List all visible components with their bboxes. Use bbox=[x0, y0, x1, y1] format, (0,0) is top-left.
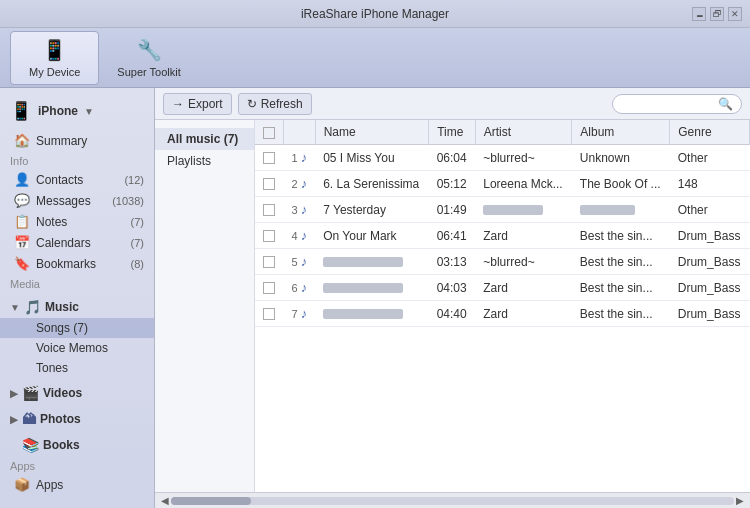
books-label: Books bbox=[43, 438, 80, 452]
restore-button[interactable]: 🗗 bbox=[710, 7, 724, 21]
content-toolbar: → Export ↻ Refresh 🔍 bbox=[155, 88, 750, 120]
photos-label: Photos bbox=[40, 412, 81, 426]
playlists-label: Playlists bbox=[167, 154, 211, 168]
search-input[interactable] bbox=[621, 98, 714, 110]
scroll-right-button[interactable]: ▶ bbox=[734, 495, 746, 506]
app-title: iReaShare iPhone Manager bbox=[301, 7, 449, 21]
window-controls[interactable]: 🗕 🗗 ✕ bbox=[692, 7, 742, 21]
row-checkbox[interactable] bbox=[263, 178, 275, 190]
col-artist[interactable]: Artist bbox=[475, 120, 572, 145]
scrollbar-thumb[interactable] bbox=[171, 497, 251, 505]
table-row: 5 ♪03:13~blurred~Best the sin...Drum_Bas… bbox=[255, 249, 750, 275]
row-genre: Drum_Bass bbox=[670, 223, 750, 249]
sidebar-item-contacts[interactable]: 👤 Contacts (12) bbox=[0, 169, 154, 190]
table-area: Name Time Artist Album Genre 1 ♪05 I Mis… bbox=[255, 120, 750, 492]
contacts-icon: 👤 bbox=[14, 172, 30, 187]
sidebar-subitem-songs[interactable]: Songs (7) bbox=[0, 318, 154, 338]
row-name: 05 I Miss You bbox=[315, 145, 428, 171]
row-genre: Drum_Bass bbox=[670, 275, 750, 301]
notes-label: Notes bbox=[36, 215, 125, 229]
row-artist: Zard bbox=[475, 223, 572, 249]
all-music-item[interactable]: All music (7) bbox=[155, 128, 254, 150]
sidebar-item-notes[interactable]: 📋 Notes (7) bbox=[0, 211, 154, 232]
music-table: Name Time Artist Album Genre 1 ♪05 I Mis… bbox=[255, 120, 750, 327]
row-album: Unknown bbox=[572, 145, 670, 171]
row-album bbox=[572, 197, 670, 223]
export-button[interactable]: → Export bbox=[163, 93, 232, 115]
all-music-label: All music (7) bbox=[167, 132, 238, 146]
row-checkbox[interactable] bbox=[263, 230, 275, 242]
my-device-tab[interactable]: 📱 My Device bbox=[10, 31, 99, 85]
row-name bbox=[315, 275, 428, 301]
photos-group-header[interactable]: ▶ 🏔 Photos bbox=[0, 408, 154, 430]
summary-icon: 🏠 bbox=[14, 133, 30, 148]
row-checkbox[interactable] bbox=[263, 256, 275, 268]
calendars-label: Calendars bbox=[36, 236, 125, 250]
super-toolkit-label: Super Toolkit bbox=[117, 66, 180, 78]
select-all-checkbox[interactable] bbox=[263, 127, 275, 139]
row-artist: Zard bbox=[475, 301, 572, 327]
music-expand-icon: ▼ bbox=[10, 302, 20, 313]
row-name bbox=[315, 249, 428, 275]
sidebar-item-bookmarks[interactable]: 🔖 Bookmarks (8) bbox=[0, 253, 154, 274]
export-icon: → bbox=[172, 97, 184, 111]
row-time: 03:13 bbox=[429, 249, 476, 275]
row-genre: Drum_Bass bbox=[670, 249, 750, 275]
books-group-header[interactable]: ▶ 📚 Books bbox=[0, 434, 154, 456]
col-name[interactable]: Name bbox=[315, 120, 428, 145]
refresh-label: Refresh bbox=[261, 97, 303, 111]
my-device-label: My Device bbox=[29, 66, 80, 78]
sidebar-item-summary[interactable]: 🏠 Summary bbox=[0, 130, 154, 151]
device-name: iPhone bbox=[38, 104, 78, 118]
videos-group-header[interactable]: ▶ 🎬 Videos bbox=[0, 382, 154, 404]
songs-label: Songs (7) bbox=[36, 321, 88, 335]
sidebar-item-apps[interactable]: 📦 Apps bbox=[0, 474, 154, 495]
videos-group: ▶ 🎬 Videos bbox=[0, 382, 154, 404]
left-panel: All music (7) Playlists bbox=[155, 120, 255, 492]
device-icon: 📱 bbox=[42, 38, 67, 62]
row-genre: Drum_Bass bbox=[670, 301, 750, 327]
bookmarks-count: (8) bbox=[131, 258, 144, 270]
row-checkbox[interactable] bbox=[263, 204, 275, 216]
col-num bbox=[284, 120, 316, 145]
device-arrow-icon: ▼ bbox=[84, 106, 94, 117]
refresh-icon: ↻ bbox=[247, 97, 257, 111]
search-icon: 🔍 bbox=[718, 97, 733, 111]
device-header[interactable]: 📱 iPhone ▼ bbox=[0, 96, 154, 130]
content-body: All music (7) Playlists Name Time Ar bbox=[155, 120, 750, 492]
bookmarks-label: Bookmarks bbox=[36, 257, 125, 271]
contacts-count: (12) bbox=[124, 174, 144, 186]
sidebar-subitem-tones[interactable]: Tones bbox=[0, 358, 154, 378]
row-album: Best the sin... bbox=[572, 223, 670, 249]
col-checkbox bbox=[255, 120, 284, 145]
row-num: 3 ♪ bbox=[284, 197, 316, 223]
super-toolkit-tab[interactable]: 🔧 Super Toolkit bbox=[99, 32, 198, 84]
iphone-icon: 📱 bbox=[10, 100, 32, 122]
table-row: 7 ♪04:40ZardBest the sin...Drum_Bass bbox=[255, 301, 750, 327]
horizontal-scrollbar[interactable] bbox=[171, 497, 734, 505]
row-checkbox[interactable] bbox=[263, 152, 275, 164]
bookmarks-icon: 🔖 bbox=[14, 256, 30, 271]
calendars-count: (7) bbox=[131, 237, 144, 249]
sidebar-subitem-voice-memos[interactable]: Voice Memos bbox=[0, 338, 154, 358]
close-button[interactable]: ✕ bbox=[728, 7, 742, 21]
messages-icon: 💬 bbox=[14, 193, 30, 208]
row-album: Best the sin... bbox=[572, 301, 670, 327]
minimize-button[interactable]: 🗕 bbox=[692, 7, 706, 21]
info-section-label: Info bbox=[0, 151, 154, 169]
sidebar-item-messages[interactable]: 💬 Messages (1038) bbox=[0, 190, 154, 211]
tones-label: Tones bbox=[36, 361, 68, 375]
sidebar-item-calendars[interactable]: 📅 Calendars (7) bbox=[0, 232, 154, 253]
col-genre[interactable]: Genre bbox=[670, 120, 750, 145]
col-album[interactable]: Album bbox=[572, 120, 670, 145]
row-checkbox[interactable] bbox=[263, 308, 275, 320]
playlists-item[interactable]: Playlists bbox=[155, 150, 254, 172]
row-num: 5 ♪ bbox=[284, 249, 316, 275]
col-time[interactable]: Time bbox=[429, 120, 476, 145]
music-group-header[interactable]: ▼ 🎵 Music bbox=[0, 296, 154, 318]
row-num: 2 ♪ bbox=[284, 171, 316, 197]
summary-label: Summary bbox=[36, 134, 144, 148]
refresh-button[interactable]: ↻ Refresh bbox=[238, 93, 312, 115]
row-checkbox[interactable] bbox=[263, 282, 275, 294]
scroll-left-button[interactable]: ◀ bbox=[159, 495, 171, 506]
